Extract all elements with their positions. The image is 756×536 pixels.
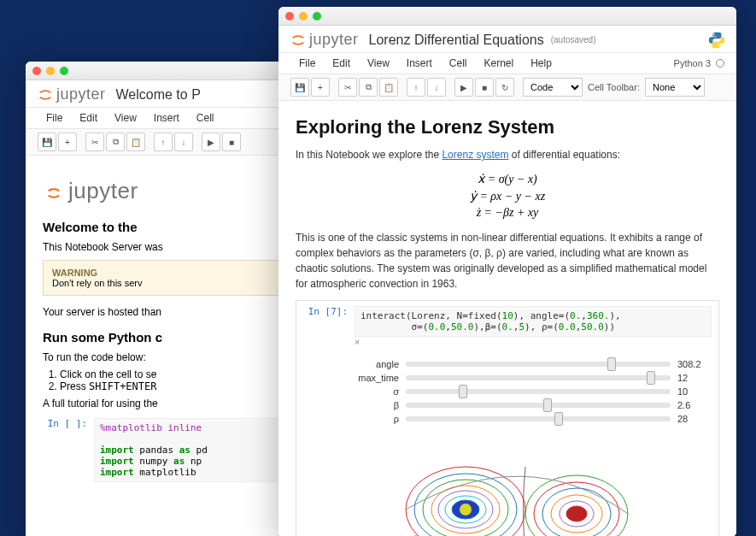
celltoolbar-select[interactable]: None (645, 78, 705, 97)
menu-file[interactable]: File (290, 55, 324, 72)
stop-button[interactable]: ■ (222, 133, 241, 151)
copy-button[interactable]: ⧉ (106, 133, 125, 151)
slider-ρ: ρ28 (355, 414, 712, 424)
slider-value: 2.6 (677, 400, 712, 410)
slider-label: β (355, 400, 406, 410)
code-cell[interactable]: In [7]: interact(Lorenz, N=fixed(10), an… (296, 300, 719, 536)
slider-max_time: max_time12 (355, 373, 712, 383)
kernel-status-icon (716, 59, 724, 68)
celltoolbar-label: Cell Toolbar: (588, 82, 640, 92)
menu-insert[interactable]: Insert (398, 55, 441, 72)
cell-prompt: In [ ]: (43, 418, 94, 429)
save-button[interactable]: 💾 (290, 78, 309, 97)
toolbar: 💾 + ✂ ⧉ 📋 ↑ ↓ ▶ ■ ↻ Code Cell Toolbar: N… (278, 74, 736, 101)
page-heading: Exploring the Lorenz System (296, 116, 719, 138)
slider-track[interactable] (406, 403, 671, 408)
notebook-title[interactable]: Lorenz Differential Equations (369, 32, 544, 48)
jupyter-icon (38, 87, 53, 103)
slider-track[interactable] (406, 416, 671, 421)
slider-thumb[interactable] (554, 412, 563, 426)
slider-thumb[interactable] (607, 357, 616, 371)
warning-title: WARNING (52, 268, 97, 278)
add-cell-button[interactable]: + (311, 78, 330, 97)
svg-point-15 (566, 506, 587, 521)
svg-point-0 (713, 33, 715, 35)
menu-file[interactable]: File (38, 109, 71, 127)
warning-text: Don't rely on this serv (52, 278, 142, 288)
add-cell-button[interactable]: + (58, 133, 77, 151)
menu-insert[interactable]: Insert (145, 109, 188, 127)
zoom-dot[interactable] (60, 67, 68, 75)
menu-help[interactable]: Help (522, 55, 560, 72)
equations: ẋ = σ(y − x) ẏ = ρx − y − xz ż = −βz + x… (296, 171, 719, 221)
slider-label: max_time (355, 373, 406, 383)
kernel-name: Python 3 (674, 58, 711, 68)
slider-track[interactable] (406, 362, 671, 367)
minimize-dot[interactable] (46, 67, 55, 75)
slider-label: ρ (355, 414, 406, 424)
slider-track[interactable] (406, 375, 671, 380)
description-paragraph: This is one of the classic systems in no… (296, 230, 719, 292)
menu-view[interactable]: View (106, 109, 145, 127)
move-up-button[interactable]: ↑ (407, 78, 425, 97)
logo-text: jupyter (309, 31, 359, 49)
lorenz-plot (355, 433, 712, 536)
save-button[interactable]: 💾 (38, 133, 56, 151)
menu-view[interactable]: View (359, 55, 398, 72)
cell-prompt: In [7]: (303, 306, 355, 317)
slider-value: 10 (677, 386, 712, 397)
move-down-button[interactable]: ↓ (427, 78, 446, 97)
copy-button[interactable]: ⧉ (359, 78, 378, 97)
menu-cell[interactable]: Cell (441, 55, 476, 72)
titlebar (278, 7, 736, 26)
jupyter-logo: jupyter (290, 31, 359, 49)
header: jupyter Lorenz Differential Equations (a… (278, 26, 736, 53)
slider-value: 12 (677, 373, 712, 383)
paste-button[interactable]: 📋 (126, 133, 145, 151)
close-dot[interactable] (285, 12, 294, 21)
stop-button[interactable]: ■ (475, 78, 494, 97)
slider-track[interactable] (406, 389, 671, 394)
menu-edit[interactable]: Edit (324, 55, 359, 72)
paste-button[interactable]: 📋 (379, 78, 398, 97)
cut-button[interactable]: ✂ (338, 78, 357, 97)
run-button[interactable]: ▶ (202, 133, 220, 151)
zoom-dot[interactable] (313, 12, 321, 21)
notebook-body: Exploring the Lorenz System In this Note… (278, 101, 736, 536)
slider-thumb[interactable] (459, 385, 467, 398)
cut-button[interactable]: ✂ (85, 133, 104, 151)
kernel-indicator: Python 3 (674, 58, 724, 68)
slider-label: angle (355, 359, 406, 369)
slider-thumb[interactable] (647, 371, 655, 385)
restart-button[interactable]: ↻ (495, 78, 514, 97)
menu-cell[interactable]: Cell (188, 109, 223, 127)
run-button[interactable]: ▶ (454, 78, 473, 97)
jupyter-logo: jupyter (38, 85, 106, 103)
lorenz-link[interactable]: Lorenz system (442, 149, 508, 161)
interact-sliders: angle308.2max_time12σ10β2.6ρ28 (355, 359, 712, 424)
slider-angle: angle308.2 (355, 359, 712, 369)
minimize-dot[interactable] (299, 12, 308, 21)
close-dot[interactable] (32, 67, 41, 75)
move-up-button[interactable]: ↑ (154, 133, 173, 151)
slider-thumb[interactable] (543, 398, 552, 412)
slider-value: 28 (677, 414, 712, 424)
jupyter-icon (290, 32, 306, 48)
move-down-button[interactable]: ↓ (174, 133, 193, 151)
logo-text: jupyter (56, 85, 106, 103)
slider-β: β2.6 (355, 400, 712, 410)
celltype-select[interactable]: Code (523, 78, 583, 97)
menu-edit[interactable]: Edit (71, 109, 106, 127)
slider-σ: σ10 (355, 386, 712, 397)
notebook-title[interactable]: Welcome to P (116, 87, 201, 103)
cell-source[interactable]: interact(Lorenz, N=fixed(10), angle=(0.,… (355, 306, 712, 337)
jupyter-icon (43, 180, 65, 203)
widget-close-icon[interactable]: × (355, 337, 712, 347)
svg-point-9 (460, 504, 472, 515)
slider-value: 308.2 (677, 359, 712, 369)
intro-paragraph: In this Notebook we explore the Lorenz s… (296, 147, 719, 162)
autosaved-label: (autosaved) (551, 35, 596, 44)
menu-kernel[interactable]: Kernel (476, 55, 523, 72)
python-icon (707, 31, 726, 50)
svg-point-1 (718, 45, 720, 47)
